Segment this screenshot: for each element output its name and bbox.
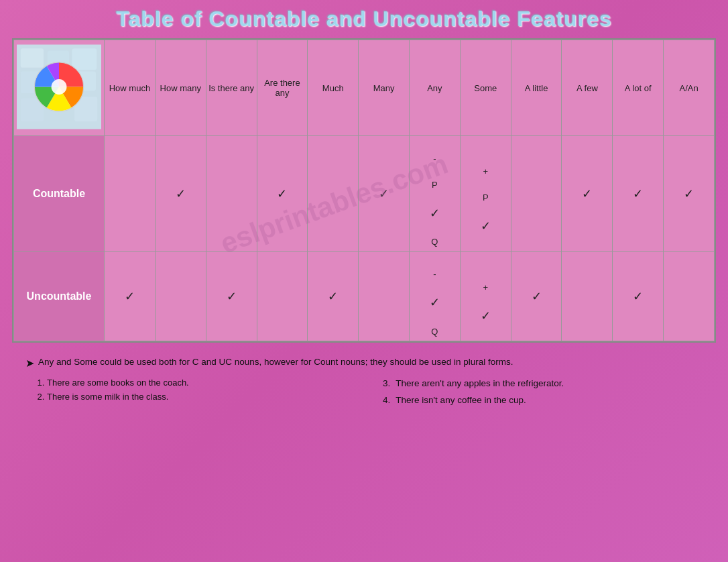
svg-rect-3 (72, 48, 97, 70)
header-a-an: A/An (664, 40, 715, 136)
header-many: Many (359, 40, 410, 136)
header-a-little: A little (511, 40, 562, 136)
header-label: Are there any (264, 78, 300, 98)
header-label: Many (373, 83, 395, 93)
uncountable-how-much: ✓ (105, 251, 156, 341)
header-any: Any (410, 40, 461, 136)
uncountable-is-there-any: ✓ (206, 251, 257, 341)
header-much: Much (308, 40, 359, 136)
arrow-icon: ➤ (25, 355, 34, 372)
header-label: A lot of (625, 83, 652, 93)
svg-rect-1 (21, 48, 44, 68)
uncountable-many (359, 251, 410, 341)
uncountable-label: Uncountable (14, 251, 105, 341)
example-3-row: 3. There aren't any apples in the refrig… (383, 376, 703, 391)
fruit-icon (17, 43, 101, 131)
uncountable-a-little: ✓ (511, 251, 562, 341)
example-3: There aren't any apples in the refrigera… (396, 376, 564, 391)
uncountable-a-an (664, 251, 715, 341)
header-label: Is there any (208, 83, 254, 93)
notes-text: Any and Some could be used both for C an… (38, 355, 513, 370)
header-label: A little (525, 83, 548, 93)
uncountable-some: + ✓ (460, 251, 511, 341)
examples-list-left: There are some books on the coach. There… (36, 376, 369, 404)
countable-label: Countable (14, 136, 105, 252)
header-how-many: How many (155, 40, 206, 136)
header-label: A few (577, 83, 598, 93)
uncountable-how-many (155, 251, 206, 341)
header-label: Some (474, 83, 497, 93)
countable-row: Countable ✓ ✓ ✓ - P ✓ Q + P ✓ (14, 136, 715, 252)
header-how-much: How much (105, 40, 156, 136)
page-wrapper: eslprintables.com Table of Countable and… (0, 0, 728, 562)
svg-point-9 (52, 79, 67, 95)
notes-section: ➤ Any and Some could be used both for C … (12, 352, 716, 410)
header-a-few: A few (562, 40, 613, 136)
header-a-lot-of: A lot of (613, 40, 664, 136)
uncountable-row: Uncountable ✓ ✓ ✓ - ✓ Q + ✓ ✓ ✓ (14, 251, 715, 341)
header-label: Much (322, 83, 344, 93)
countable-some: + P ✓ (460, 136, 511, 252)
header-is-there-any: Is there any (206, 40, 257, 136)
countable-a-little (511, 136, 562, 252)
notes-bullet: ➤ Any and Some could be used both for C … (25, 355, 703, 372)
uncountable-a-lot-of: ✓ (613, 251, 664, 341)
example-1: There are some books on the coach. (47, 376, 369, 390)
countable-are-there-any: ✓ (257, 136, 308, 252)
example-4-row: 4. There isn't any coffee in the cup. (383, 393, 703, 408)
main-table-container: How much How many Is there any Are there… (12, 38, 716, 343)
countable-any: - P ✓ Q (410, 136, 461, 252)
countable-a-few: ✓ (562, 136, 613, 252)
countable-is-there-any (206, 136, 257, 252)
header-label: Any (427, 83, 442, 93)
uncountable-a-few (562, 251, 613, 341)
uncountable-any: - ✓ Q (410, 251, 461, 341)
examples-col-left: There are some books on the coach. There… (36, 376, 369, 408)
countable-much (308, 136, 359, 252)
examples-col-right: 3. There aren't any apples in the refrig… (369, 376, 703, 408)
examples-grid: There are some books on the coach. There… (25, 376, 703, 408)
uncountable-are-there-any (257, 251, 308, 341)
table-header-row: How much How many Is there any Are there… (14, 40, 715, 136)
page-title: Table of Countable and Uncountable Featu… (12, 7, 716, 32)
countable-a-lot-of: ✓ (613, 136, 664, 252)
countable-table: How much How many Is there any Are there… (13, 40, 715, 341)
countable-how-many: ✓ (155, 136, 206, 252)
header-some: Some (460, 40, 511, 136)
header-image-cell (14, 40, 105, 136)
countable-a-an: ✓ (664, 136, 715, 252)
countable-many: ✓ (359, 136, 410, 252)
uncountable-much: ✓ (308, 251, 359, 341)
example-2: There is some milk in the class. (47, 390, 369, 404)
header-label: How much (109, 83, 150, 93)
countable-how-much (105, 136, 156, 252)
header-are-there-any: Are there any (257, 40, 308, 136)
header-label: How many (160, 83, 201, 93)
example-4: There isn't any coffee in the cup. (396, 393, 526, 408)
header-label: A/An (679, 83, 698, 93)
